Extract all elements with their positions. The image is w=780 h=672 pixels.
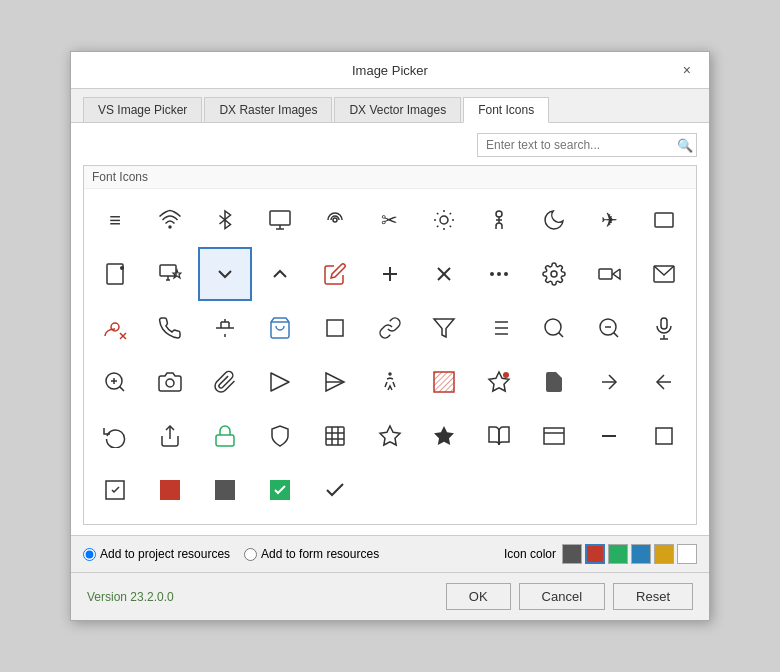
icon-cell-arrow-right[interactable] — [582, 355, 636, 409]
search-icon-button[interactable]: 🔍 — [677, 138, 693, 153]
icon-cell-file[interactable] — [527, 355, 581, 409]
icon-cell-settings[interactable] — [527, 247, 581, 301]
icon-cell-more[interactable] — [472, 247, 526, 301]
icon-cell-book[interactable] — [472, 409, 526, 463]
svg-point-18 — [120, 266, 124, 270]
icon-cell-chevron-up[interactable] — [253, 247, 307, 301]
svg-line-51 — [614, 333, 618, 337]
color-swatch-1[interactable] — [585, 544, 605, 564]
icon-cell-square-outline[interactable] — [308, 301, 362, 355]
color-swatch-4[interactable] — [654, 544, 674, 564]
icon-cell-video[interactable] — [582, 247, 636, 301]
svg-line-11 — [450, 226, 451, 227]
icon-cell-star-badge[interactable] — [472, 355, 526, 409]
svg-line-12 — [437, 226, 438, 227]
icon-cell-user-x[interactable] — [88, 301, 142, 355]
icon-cell-bag[interactable] — [253, 301, 307, 355]
icon-cell-pin[interactable] — [198, 301, 252, 355]
icon-panel-header: Font Icons — [84, 166, 696, 189]
radio-form[interactable]: Add to form resources — [244, 547, 379, 561]
icon-cell-star-filled[interactable] — [417, 409, 471, 463]
icon-cell-airplane[interactable]: ✈ — [582, 193, 636, 247]
icon-cell-color-red[interactable] — [143, 463, 197, 517]
icon-cell-check[interactable] — [308, 463, 362, 517]
icon-cell-broadcast[interactable] — [308, 193, 362, 247]
svg-marker-61 — [271, 373, 289, 391]
icon-cell-microphone[interactable] — [637, 301, 691, 355]
icon-cell-rotate[interactable] — [88, 409, 142, 463]
icon-cell-send[interactable] — [253, 355, 307, 409]
icon-cell-send-filled[interactable] — [308, 355, 362, 409]
icon-cell-arrow-left[interactable] — [637, 355, 691, 409]
tab-dx-raster-images[interactable]: DX Raster Images — [204, 97, 332, 122]
tab-font-icons[interactable]: Font Icons — [463, 97, 549, 123]
icon-cell-search-minus[interactable] — [582, 301, 636, 355]
search-wrap: 🔍 — [477, 133, 697, 157]
icon-cell-close[interactable] — [417, 247, 471, 301]
icon-cell-hatch[interactable] — [417, 355, 471, 409]
icon-cell-building[interactable] — [308, 409, 362, 463]
color-swatch-5[interactable] — [677, 544, 697, 564]
icon-cell-menu[interactable]: ≡ — [88, 193, 142, 247]
radio-project[interactable]: Add to project resources — [83, 547, 230, 561]
radio-form-input[interactable] — [244, 548, 257, 561]
icon-cell-wifi[interactable] — [143, 193, 197, 247]
reset-button[interactable]: Reset — [613, 583, 693, 610]
icon-cell-share[interactable] — [143, 409, 197, 463]
icon-cell-walk[interactable] — [363, 355, 417, 409]
icon-panel-wrap: Font Icons ≡✂✈ — [83, 165, 697, 525]
icon-cell-check-green[interactable] — [253, 463, 307, 517]
icon-cell-plus[interactable] — [363, 247, 417, 301]
search-input[interactable] — [477, 133, 697, 157]
radio-form-label: Add to form resources — [261, 547, 379, 561]
icon-cell-scissors[interactable]: ✂ — [363, 193, 417, 247]
icon-cell-moon[interactable] — [527, 193, 581, 247]
icon-cell-shield[interactable] — [253, 409, 307, 463]
search-row: 🔍 — [83, 133, 697, 157]
icon-cell-filter[interactable] — [417, 301, 471, 355]
icon-cell-color-dark[interactable] — [198, 463, 252, 517]
icon-cell-minus[interactable] — [582, 409, 636, 463]
icon-cell-monitor-star[interactable] — [143, 247, 197, 301]
content-area: 🔍 Font Icons ≡✂✈ — [71, 123, 709, 535]
footer-bar: Version 23.2.0.0 OK Cancel Reset — [71, 572, 709, 620]
color-swatch-0[interactable] — [562, 544, 582, 564]
ok-button[interactable]: OK — [446, 583, 511, 610]
svg-rect-16 — [655, 213, 673, 227]
close-button[interactable]: × — [677, 60, 697, 80]
icon-cell-check-box[interactable] — [88, 463, 142, 517]
tab-vs-image-picker[interactable]: VS Image Picker — [83, 97, 202, 122]
icon-cell-star-outline[interactable] — [363, 409, 417, 463]
icon-cell-edit[interactable] — [308, 247, 362, 301]
icon-cell-search[interactable] — [527, 301, 581, 355]
radio-project-label: Add to project resources — [100, 547, 230, 561]
icon-cell-paperclip[interactable] — [198, 355, 252, 409]
tab-dx-vector-images[interactable]: DX Vector Images — [334, 97, 461, 122]
icon-cell-person[interactable] — [472, 193, 526, 247]
image-picker-dialog: Image Picker × VS Image Picker DX Raster… — [70, 51, 710, 621]
svg-point-27 — [491, 273, 493, 275]
svg-marker-22 — [173, 270, 181, 278]
icon-cell-phone[interactable] — [143, 301, 197, 355]
svg-point-48 — [545, 319, 561, 335]
color-swatch-2[interactable] — [608, 544, 628, 564]
icon-cell-mail[interactable] — [637, 247, 691, 301]
icon-cell-monitor[interactable] — [253, 193, 307, 247]
cancel-button[interactable]: Cancel — [519, 583, 605, 610]
radio-group: Add to project resources Add to form res… — [83, 547, 379, 561]
icon-cell-bluetooth[interactable] — [198, 193, 252, 247]
icon-cell-search2[interactable] — [88, 355, 142, 409]
icon-cell-rectangle[interactable] — [637, 193, 691, 247]
radio-project-input[interactable] — [83, 548, 96, 561]
icon-cell-lock[interactable] — [198, 409, 252, 463]
icon-cell-sun[interactable] — [417, 193, 471, 247]
icon-cell-chevron-down[interactable] — [198, 247, 252, 301]
icon-cell-square[interactable] — [637, 409, 691, 463]
icon-cell-link[interactable] — [363, 301, 417, 355]
color-swatch-3[interactable] — [631, 544, 651, 564]
icon-cell-window[interactable] — [527, 409, 581, 463]
footer-buttons: OK Cancel Reset — [446, 583, 693, 610]
icon-cell-camera[interactable] — [143, 355, 197, 409]
icon-cell-list[interactable] — [472, 301, 526, 355]
icon-cell-tablet[interactable] — [88, 247, 142, 301]
